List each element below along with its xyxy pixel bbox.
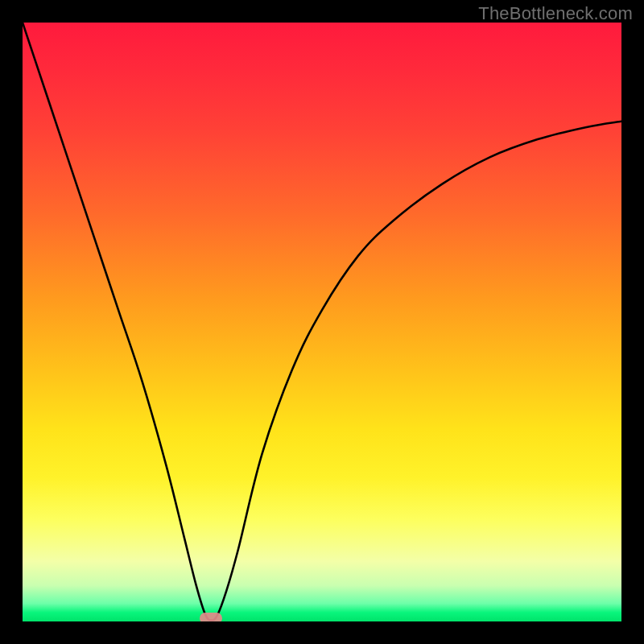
plot-area — [23, 23, 621, 621]
chart-frame: TheBottleneck.com — [0, 0, 644, 644]
bottleneck-curve — [23, 23, 621, 621]
watermark-text: TheBottleneck.com — [478, 3, 633, 24]
optimal-marker-icon — [200, 613, 222, 621]
